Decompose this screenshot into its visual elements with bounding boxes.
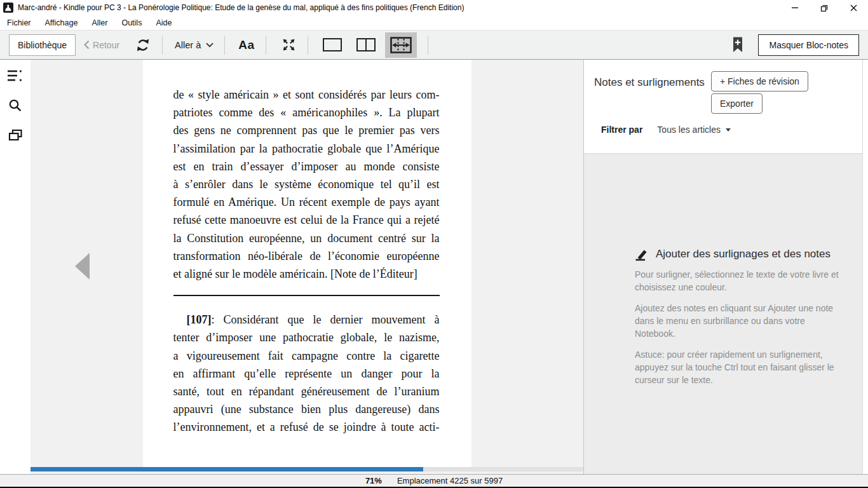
add-bookmark-button[interactable] <box>731 36 744 53</box>
sync-button[interactable] <box>135 37 151 53</box>
progress-percent-label: 71% <box>365 476 382 485</box>
menu-affichage[interactable]: Affichage <box>38 18 85 27</box>
restore-button[interactable] <box>810 0 839 15</box>
menu-bar: Fichier Affichage Aller Outils Aide <box>0 15 868 30</box>
empty-state-heading: Ajouter des surlignages et des notes <box>656 248 831 261</box>
goto-label: Aller à <box>175 40 201 50</box>
single-column-icon <box>323 38 342 51</box>
toc-button[interactable] <box>6 67 24 85</box>
export-button[interactable]: Exporter <box>711 93 763 114</box>
notebook-panel: Notes et surlignements + Fiches de révis… <box>583 60 868 474</box>
book-paragraph-2: tenter d’imposer une pathocratie globale… <box>173 329 440 436</box>
page-wrap: de « style américain » et sont considéré… <box>31 60 583 467</box>
toolbar-divider <box>266 36 266 55</box>
book-page[interactable]: de « style américain » et sont considéré… <box>143 60 471 467</box>
fit-width-icon <box>390 37 412 53</box>
minimize-button[interactable] <box>780 0 810 15</box>
back-button[interactable]: Retour <box>84 40 119 50</box>
back-chevron-icon <box>84 40 90 50</box>
close-button[interactable] <box>839 0 868 15</box>
toolbar: Bibliothèque Retour Aller à Aa <box>0 30 868 60</box>
back-label: Retour <box>93 40 119 50</box>
toolbar-divider <box>224 36 225 55</box>
notebook-title: Notes et surlignements <box>594 76 705 89</box>
pages-icon <box>8 129 23 142</box>
search-icon <box>8 98 22 112</box>
toggle-notebook-button[interactable]: Masquer Bloc-notes <box>758 34 859 56</box>
menu-aller[interactable]: Aller <box>85 18 114 27</box>
notebook-scrollbar[interactable] <box>862 60 868 474</box>
menu-fichier[interactable]: Fichier <box>0 18 38 27</box>
filter-caret-icon <box>726 128 731 132</box>
progress-fill <box>31 467 423 471</box>
previous-page-arrow[interactable] <box>75 253 90 280</box>
view-single-column-button[interactable] <box>323 38 342 51</box>
status-bar: 71% Emplacement 4225 sur 5997 <box>0 474 868 487</box>
empty-state-text-1: Pour surligner, sélectionnez le texte de… <box>635 268 839 294</box>
filter-dropdown[interactable]: Tous les articles <box>657 125 731 135</box>
chevron-down-icon <box>206 43 214 48</box>
highlight-pen-icon <box>635 247 649 261</box>
menu-outils[interactable]: Outils <box>114 18 149 27</box>
left-sidebar <box>0 60 31 474</box>
view-two-column-button[interactable] <box>356 38 376 51</box>
fullscreen-icon <box>281 37 297 53</box>
empty-state-text-2: Ajoutez des notes en cliquant sur Ajoute… <box>635 302 839 340</box>
menu-aide[interactable]: Aide <box>149 18 179 27</box>
window-title: Marc-andré - Kindle pour PC 3 - La Ponér… <box>18 3 780 12</box>
main-area: de « style américain » et sont considéré… <box>0 60 868 474</box>
title-bar: Marc-andré - Kindle pour PC 3 - La Ponér… <box>0 0 868 15</box>
filter-value: Tous les articles <box>657 125 721 135</box>
notebook-empty-state: Ajouter des surlignages et des notes Pou… <box>584 153 868 474</box>
sync-icon <box>135 37 151 53</box>
footnote-divider <box>173 295 440 296</box>
toolbar-divider <box>308 36 308 55</box>
two-column-icon <box>356 38 376 51</box>
goto-dropdown[interactable]: Aller à <box>175 40 214 50</box>
bookmark-add-icon <box>731 36 744 53</box>
footnote-marker: [107] <box>187 313 212 326</box>
fullscreen-button[interactable] <box>281 37 297 53</box>
book-paragraph-1: de « style américain » et sont considéré… <box>173 86 440 283</box>
toc-icon <box>7 69 24 83</box>
library-button[interactable]: Bibliothèque <box>9 34 76 56</box>
flashcards-button[interactable]: + Fiches de révision <box>711 71 808 92</box>
footnote-first-line: [107]: Considérant que le dernier mouvem… <box>173 311 440 329</box>
reading-progress-bar[interactable] <box>31 467 583 471</box>
search-button[interactable] <box>6 97 24 114</box>
filter-label: Filtrer par <box>601 125 642 135</box>
reading-pane: de « style américain » et sont considéré… <box>31 60 583 474</box>
footnote-first-rest: : Considérant que le dernier mouvement à <box>212 313 440 326</box>
location-label: Emplacement 4225 sur 5997 <box>397 476 503 485</box>
pages-button[interactable] <box>6 126 24 144</box>
toolbar-divider <box>162 36 163 55</box>
view-fit-width-button[interactable] <box>385 32 417 58</box>
empty-state-text-3: Astuce: pour créer rapidement un surlign… <box>635 348 839 386</box>
kindle-app-icon <box>3 3 13 13</box>
toolbar-divider <box>428 36 428 55</box>
notebook-header: Notes et surlignements + Fiches de révis… <box>584 60 868 153</box>
font-settings-button[interactable]: Aa <box>238 38 254 52</box>
